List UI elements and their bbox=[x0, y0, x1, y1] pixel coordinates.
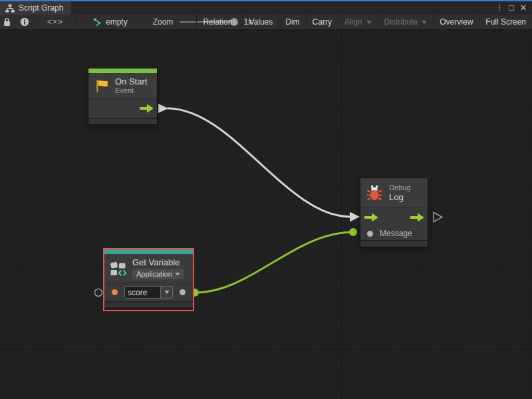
message-input-port[interactable] bbox=[367, 231, 373, 237]
graph-hierarchy-icon bbox=[5, 4, 15, 13]
on-start-body bbox=[88, 98, 157, 118]
node-accent-bar bbox=[104, 249, 193, 254]
close-icon[interactable]: ✕ bbox=[517, 1, 529, 15]
graph-reference-button[interactable]: empty bbox=[85, 17, 134, 27]
variable-icon bbox=[110, 261, 127, 277]
chevron-down-icon bbox=[164, 291, 170, 294]
code-preview-icon: <×> bbox=[47, 17, 63, 27]
value-output-port[interactable] bbox=[180, 289, 186, 295]
variable-name-field[interactable] bbox=[124, 286, 161, 299]
variable-name-dropdown-button[interactable] bbox=[161, 286, 173, 299]
chevron-down-icon bbox=[366, 21, 372, 24]
message-port-row: Message bbox=[360, 227, 428, 240]
window-controls: ⋮ □ ✕ bbox=[493, 1, 529, 15]
node-footer bbox=[88, 118, 157, 124]
carry-button[interactable]: Carry bbox=[306, 15, 338, 29]
info-icon bbox=[20, 17, 29, 27]
fullscreen-button[interactable]: Full Screen bbox=[479, 15, 532, 29]
bug-icon bbox=[366, 184, 383, 201]
node-title: Get Variable bbox=[132, 257, 184, 267]
get-variable-header[interactable]: Get Variable Application bbox=[104, 254, 193, 283]
exec-wire[interactable] bbox=[168, 108, 350, 217]
graph-canvas[interactable]: On Start Event bbox=[0, 30, 532, 399]
tab-script-graph[interactable]: Script Graph bbox=[0, 1, 71, 15]
node-get-variable[interactable]: Get Variable Application bbox=[104, 249, 193, 307]
node-footer bbox=[104, 301, 193, 307]
node-on-start[interactable]: On Start Event bbox=[88, 68, 157, 124]
value-wire-end-dot bbox=[349, 228, 357, 236]
window-menu-icon[interactable]: ⋮ bbox=[493, 1, 505, 15]
debug-log-body: Message bbox=[360, 207, 428, 240]
scope-value: Application bbox=[136, 270, 173, 278]
node-debug-log[interactable]: Debug Log Message bbox=[360, 178, 428, 247]
maximize-icon[interactable]: □ bbox=[505, 1, 517, 15]
selection-outline: Get Variable Application bbox=[103, 248, 194, 311]
dim-button[interactable]: Dim bbox=[279, 15, 305, 29]
node-title: On Start bbox=[115, 76, 147, 86]
node-subtitle: Event bbox=[115, 86, 147, 95]
variable-scope-dropdown[interactable]: Application bbox=[132, 269, 184, 279]
on-start-header[interactable]: On Start Event bbox=[88, 73, 157, 98]
node-title: Log bbox=[389, 192, 410, 202]
exec-port-row bbox=[360, 207, 428, 227]
zoom-label: Zoom bbox=[153, 17, 174, 27]
debug-log-header[interactable]: Debug Log bbox=[360, 178, 428, 207]
align-button[interactable]: Align bbox=[338, 15, 378, 29]
unconnected-exec-out-hint[interactable] bbox=[434, 213, 442, 222]
code-preview-button[interactable]: <×> bbox=[35, 15, 76, 29]
toolbar-right-group: Relations Values Dim Carry Align Distrib… bbox=[196, 15, 532, 29]
lock-button[interactable] bbox=[0, 15, 15, 29]
toolbar-left-group: <×> bbox=[0, 15, 76, 29]
lock-icon bbox=[3, 18, 11, 27]
node-accent-bar bbox=[88, 68, 157, 73]
graph-pointer-icon bbox=[93, 18, 102, 27]
exec-input-port[interactable] bbox=[364, 213, 378, 221]
distribute-button[interactable]: Distribute bbox=[378, 15, 434, 29]
message-port-label: Message bbox=[380, 229, 412, 238]
exec-wire-end-arrow bbox=[350, 212, 360, 222]
unconnected-value-in-hint[interactable] bbox=[95, 289, 102, 297]
tab-title: Script Graph bbox=[19, 3, 63, 13]
variable-name-input-port[interactable] bbox=[112, 289, 118, 295]
info-button[interactable] bbox=[15, 15, 35, 29]
script-graph-window: Script Graph ⋮ □ ✕ bbox=[0, 0, 532, 399]
chevron-down-icon bbox=[422, 21, 427, 24]
chevron-down-icon bbox=[175, 273, 180, 276]
relations-button[interactable]: Relations bbox=[196, 15, 242, 29]
node-footer bbox=[360, 240, 428, 247]
flag-icon bbox=[94, 78, 110, 94]
values-button[interactable]: Values bbox=[242, 15, 279, 29]
value-wire[interactable] bbox=[195, 232, 353, 293]
title-bar: Script Graph ⋮ □ ✕ bbox=[0, 1, 532, 15]
graph-reference-label: empty bbox=[106, 17, 128, 27]
exec-output-port[interactable] bbox=[410, 213, 424, 221]
exec-output-port[interactable] bbox=[140, 104, 154, 113]
graph-toolbar: <×> empty Zoom 1x Relations Values Dim C… bbox=[0, 15, 532, 30]
get-variable-body bbox=[104, 283, 193, 301]
wire-layer bbox=[0, 30, 532, 399]
overview-button[interactable]: Overview bbox=[433, 15, 479, 29]
node-category: Debug bbox=[389, 184, 410, 192]
